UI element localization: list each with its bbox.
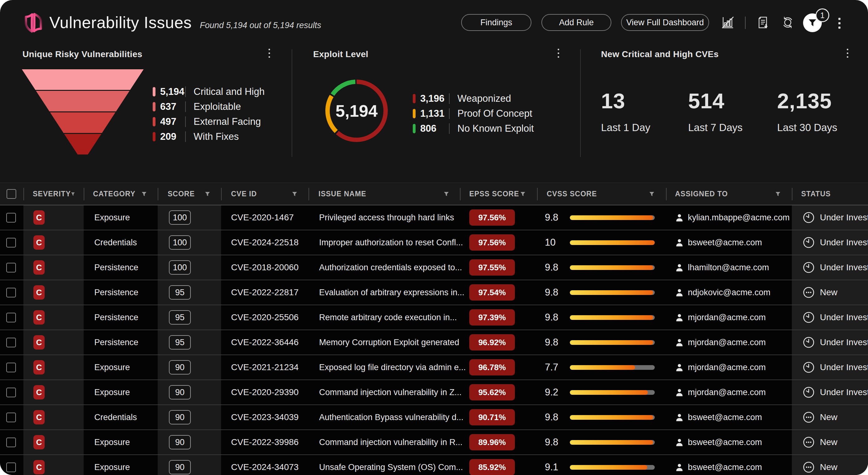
table-row[interactable]: C Exposure 100 CVE-2020-1467 Privileged …: [0, 205, 868, 230]
column-header-assigned-to[interactable]: ASSIGNED TO: [675, 183, 781, 205]
cve-id[interactable]: CVE-2022-36446: [231, 337, 299, 347]
row-checkbox[interactable]: [6, 338, 16, 347]
issue-name[interactable]: Improper authorization to reset Confl...: [319, 238, 463, 248]
row-checkbox[interactable]: [6, 463, 16, 472]
column-header-status[interactable]: STATUS: [801, 183, 857, 205]
chart-toggle-icon[interactable]: [720, 15, 735, 30]
issue-name-cell: Evaluation of arbitrary expressions in..…: [308, 280, 460, 305]
score-box: 95: [169, 310, 191, 324]
issue-name[interactable]: Privileged access through hard links: [319, 213, 454, 223]
header-kebab-menu-icon[interactable]: [832, 15, 847, 31]
cve-id[interactable]: CVE-2022-22817: [231, 287, 299, 297]
cve-id[interactable]: CVE-2022-39986: [231, 437, 299, 447]
cve-id[interactable]: CVE-2023-34039: [231, 412, 299, 422]
cves-panel-menu-icon[interactable]: [847, 49, 848, 58]
column-header-score[interactable]: SCORE: [168, 183, 210, 205]
column-header-cvss-score[interactable]: CVSS SCORE: [547, 183, 654, 205]
findings-button[interactable]: Findings: [461, 14, 531, 31]
assignee-email[interactable]: bsweet@acme.com: [688, 463, 762, 472]
column-header-category[interactable]: CATEGORY: [93, 183, 147, 205]
row-checkbox[interactable]: [6, 313, 16, 322]
assigned-to-cell: mjordan@acme.com: [666, 380, 792, 405]
select-all-checkbox[interactable]: [6, 189, 16, 199]
assignee-email[interactable]: ndjokovic@acme.com: [688, 288, 771, 297]
cve-id[interactable]: CVE-2020-25506: [231, 312, 299, 322]
column-header-severity[interactable]: SEVERITY: [33, 183, 75, 205]
column-header-cve-id[interactable]: CVE ID: [231, 183, 297, 205]
table-row[interactable]: C Exposure 90 CVE-2021-21234 Exposed log…: [0, 355, 868, 380]
issue-name[interactable]: Exposed log file directory via admin e..…: [319, 362, 466, 372]
row-checkbox[interactable]: [6, 263, 16, 273]
person-icon: [675, 388, 684, 397]
filter-funnel-icon[interactable]: [205, 192, 210, 197]
table-row[interactable]: C Exposure 90 CVE-2022-39986 Command inj…: [0, 430, 868, 455]
refresh-sync-icon[interactable]: [780, 15, 795, 30]
row-checkbox[interactable]: [6, 388, 16, 397]
assigned-to-cell: lhamilton@acme.com: [666, 255, 792, 280]
legend-divider: [449, 123, 450, 134]
issue-name[interactable]: Authorization credentials exposed to...: [319, 263, 462, 273]
row-checkbox[interactable]: [6, 413, 16, 422]
assignee-email[interactable]: mjordan@acme.com: [688, 338, 766, 347]
issue-name[interactable]: Memory Corruption Exploit generated: [319, 338, 459, 347]
cvss-score-value: 9.8: [545, 437, 570, 448]
filter-funnel-icon[interactable]: [444, 192, 449, 197]
table-row[interactable]: C Credentials 100 CVE-2024-22518 Imprope…: [0, 230, 868, 255]
filter-funnel-icon[interactable]: [520, 192, 525, 197]
exploit-panel-menu-icon[interactable]: [558, 49, 559, 58]
table-row[interactable]: C Persistence 95 CVE-2020-25506 Remote a…: [0, 305, 868, 330]
issue-name[interactable]: Evaluation of arbitrary expressions in..…: [319, 288, 464, 297]
row-checkbox[interactable]: [6, 362, 16, 372]
cve-id[interactable]: CVE-2024-34073: [231, 462, 299, 472]
assignee-email[interactable]: lhamilton@acme.com: [688, 263, 769, 273]
filter-funnel-icon[interactable]: [71, 192, 75, 197]
cve-id[interactable]: CVE-2018-20060: [231, 262, 299, 273]
table-row[interactable]: C Exposure 90 CVE-2024-34073 Unsafe Oper…: [0, 455, 868, 475]
status-text: New: [820, 437, 837, 447]
column-header-issue-name[interactable]: ISSUE NAME: [318, 183, 449, 205]
cve-id[interactable]: CVE-2020-29390: [231, 387, 299, 397]
legend-item: 497 External Facing: [153, 114, 265, 129]
issue-name-cell: Memory Corruption Exploit generated: [308, 330, 460, 354]
assignee-email[interactable]: bsweet@acme.com: [688, 438, 762, 447]
row-select-cell: [0, 380, 23, 405]
column-header-epss-score[interactable]: EPSS SCORE: [469, 183, 525, 205]
table-row[interactable]: C Exposure 90 CVE-2020-29390 Command inj…: [0, 380, 868, 405]
cve-id[interactable]: CVE-2021-21234: [231, 362, 299, 372]
legend-value: 497: [160, 116, 185, 127]
assignee-email[interactable]: mjordan@acme.com: [688, 388, 766, 397]
epss-score-badge: 90.71%: [469, 409, 515, 425]
status-cell: Under Investigation: [792, 230, 868, 255]
filter-funnel-icon[interactable]: [292, 192, 297, 197]
assignee-email[interactable]: kylian.mbappe@acme.com: [688, 213, 789, 223]
issue-name[interactable]: Command injection vulnerability in Z...: [319, 388, 462, 397]
issue-name[interactable]: Unsafe Operating System (OS) Com...: [319, 463, 463, 472]
filter-funnel-icon[interactable]: [142, 192, 147, 197]
view-full-dashboard-button[interactable]: View Full Dashboard: [621, 14, 709, 31]
assignee-email[interactable]: bsweet@acme.com: [688, 413, 762, 422]
filter-funnel-icon[interactable]: [649, 192, 654, 197]
issue-name[interactable]: Remote arbitrary code execution in...: [319, 313, 457, 322]
cvss-score-bar: [570, 215, 655, 220]
issue-name[interactable]: Authentication Bypass vulnerability d...: [319, 413, 463, 422]
row-checkbox[interactable]: [6, 213, 16, 223]
issue-name[interactable]: Command injection vulnerability in R...: [319, 438, 462, 447]
table-row[interactable]: C Persistence 100 CVE-2018-20060 Authori…: [0, 255, 868, 280]
row-checkbox[interactable]: [6, 438, 16, 447]
assignee-email[interactable]: bsweet@acme.com: [688, 238, 762, 248]
cve-id[interactable]: CVE-2024-22518: [231, 238, 299, 248]
assignee-email[interactable]: mjordan@acme.com: [688, 313, 766, 322]
row-checkbox[interactable]: [6, 238, 16, 248]
export-report-icon[interactable]: [755, 15, 771, 30]
filter-funnel-icon[interactable]: [775, 192, 781, 197]
cve-id[interactable]: CVE-2020-1467: [231, 213, 294, 223]
table-row[interactable]: C Persistence 95 CVE-2022-36446 Memory C…: [0, 330, 868, 355]
assignee-email[interactable]: mjordan@acme.com: [688, 362, 766, 372]
add-rule-button[interactable]: Add Rule: [541, 14, 611, 31]
score-box: 95: [169, 285, 191, 299]
table-row[interactable]: C Credentials 90 CVE-2023-34039 Authenti…: [0, 405, 868, 430]
status-cell: Under Investigation: [792, 255, 868, 280]
funnel-panel-menu-icon[interactable]: [269, 49, 270, 58]
row-checkbox[interactable]: [6, 288, 16, 297]
table-row[interactable]: C Persistence 95 CVE-2022-22817 Evaluati…: [0, 280, 868, 305]
